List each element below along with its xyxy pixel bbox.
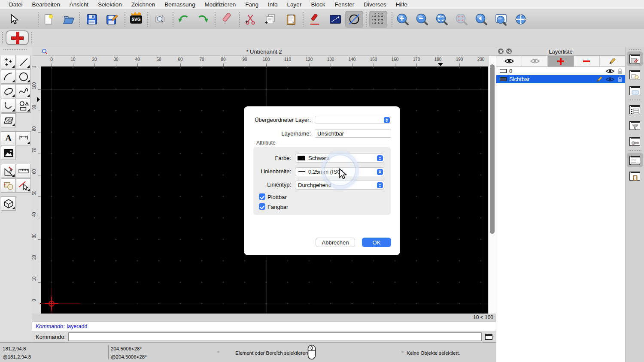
layer-lock-toggle[interactable] [617,76,623,82]
solid-3d-tool-button[interactable] [1,196,16,211]
undo-button[interactable] [174,11,192,28]
dimension-tool-button[interactable] [326,11,344,28]
print-preview-button[interactable] [151,11,169,28]
copy-button[interactable] [262,11,280,28]
draft-mode-toggle[interactable] [345,11,363,28]
menu-item-fenster[interactable]: Fenster [330,1,359,8]
toolbar-handle[interactable] [31,32,32,43]
toolbar-handle[interactable] [2,32,3,43]
menu-item-modifizieren[interactable]: Modifizieren [200,1,241,8]
add-layer-button[interactable] [548,56,574,66]
lineweight-preview [298,171,305,172]
remove-layer-button[interactable] [574,56,600,66]
save-button[interactable] [83,11,101,28]
hatch-tool-button[interactable] [1,113,16,127]
lineweight-select[interactable]: 0.25mm (ISO) [295,167,384,176]
menu-item-fang[interactable]: Fang [240,1,263,8]
cut-button[interactable] [242,11,260,28]
menu-item-block[interactable]: Block [306,1,330,8]
menu-item-bemassung[interactable]: Bemassung [160,1,200,8]
layer-name[interactable]: Sichtbar [509,76,593,82]
ok-button[interactable]: OK [362,238,391,247]
menu-item-bearbeiten[interactable]: Bearbeiten [27,1,65,8]
new-document-button[interactable] [39,11,58,28]
menu-item-datei[interactable]: Datei [4,1,27,8]
show-all-layers-button[interactable] [496,56,522,66]
menu-item-ansicht[interactable]: Ansicht [65,1,93,8]
redo-button[interactable] [194,11,212,28]
plottable-checkbox[interactable] [259,193,265,200]
detach-command-window-icon[interactable] [485,334,492,340]
selection-filter-panel-button[interactable] [627,118,643,133]
zoom-window-button[interactable] [492,11,510,28]
draw-pencil-button[interactable] [306,11,324,28]
scrollbar-thumb[interactable] [490,64,495,234]
view-list-panel-button[interactable] [627,83,643,98]
ellipse-tool-button[interactable] [1,84,16,98]
layer-name-input[interactable] [315,130,391,138]
cancel-button[interactable]: Abbrechen [316,238,355,247]
zoom-selection-button[interactable] [453,11,471,28]
svg-export-button[interactable]: SVG [127,11,145,28]
eraser-button[interactable] [219,11,237,28]
block-list-panel-button[interactable] [627,67,643,82]
layer-row-sichtbar[interactable]: Sichtbar [496,75,625,83]
pan-button[interactable] [512,11,530,28]
shapes-tool-button[interactable] [16,99,31,113]
layer-visibility-toggle[interactable] [606,69,614,74]
pencil-icon [596,76,603,82]
grid-toggle[interactable] [369,11,387,28]
layer-list-panel-button[interactable] [627,51,643,66]
point-tool-button[interactable] [1,55,16,69]
zoom-out-button[interactable] [413,11,431,28]
zoom-in-button[interactable] [394,11,412,28]
tab-title[interactable]: * Unbenannt 2 [32,48,496,55]
menu-item-hilfe[interactable]: Hilfe [391,1,412,8]
command-input[interactable] [68,332,482,341]
edit-layer-button[interactable] [600,56,625,66]
clipboard-panel-button[interactable] [627,169,643,183]
library-browser-panel-button[interactable] [627,134,643,148]
menu-item-zeichnen[interactable]: Zeichnen [127,1,160,8]
layer-row-0[interactable]: 0 [496,67,625,75]
hide-all-layers-button[interactable] [522,56,548,66]
measure-tool-button[interactable] [16,164,31,178]
layer-color-swatch[interactable] [500,77,507,81]
block-tool-button[interactable] [1,178,16,193]
spline-tool-button[interactable] [16,84,31,98]
menu-item-layer[interactable]: Layer [283,1,307,8]
color-select[interactable]: Schwarz [295,154,384,163]
polyline-tool-button[interactable] [1,99,16,113]
select-tool-button[interactable] [16,178,31,193]
toolbar-handle[interactable] [3,49,27,50]
save-as-button[interactable] [103,11,121,28]
layer-name[interactable]: 0 [509,68,603,74]
snappable-checkbox[interactable] [259,203,265,210]
zoom-previous-button[interactable] [472,11,490,28]
layer-edit-icon[interactable] [596,76,603,82]
menu-item-info[interactable]: Info [263,1,283,8]
current-action-button[interactable] [6,30,29,45]
layer-visibility-toggle[interactable] [606,77,614,82]
selection-pointer-button[interactable] [5,11,23,28]
draft-tools-button[interactable] [1,164,16,178]
line-tool-button[interactable] [16,55,31,69]
menu-item-diverses[interactable]: Diverses [359,1,391,8]
command-line-panel-button[interactable] [627,153,643,167]
dock-handle[interactable] [629,49,641,50]
image-tool-button[interactable] [1,146,16,160]
open-file-button[interactable] [60,11,78,28]
layer-lock-toggle[interactable] [617,68,623,74]
property-editor-panel-button[interactable] [627,102,643,117]
zoom-auto-button[interactable] [433,11,451,28]
paste-button[interactable] [282,11,300,28]
text-tool-button[interactable]: A [1,131,16,145]
vertical-scrollbar[interactable] [488,56,496,314]
layer-color-swatch[interactable] [500,69,507,73]
menu-item-selektion[interactable]: Selektion [93,1,127,8]
parent-layer-select[interactable] [315,116,391,124]
dimension-tool-button2[interactable] [16,131,31,145]
linetype-select[interactable]: Durchgehend [295,181,384,190]
circle-tool-button[interactable] [16,69,31,84]
arc-tool-button[interactable] [1,69,16,84]
